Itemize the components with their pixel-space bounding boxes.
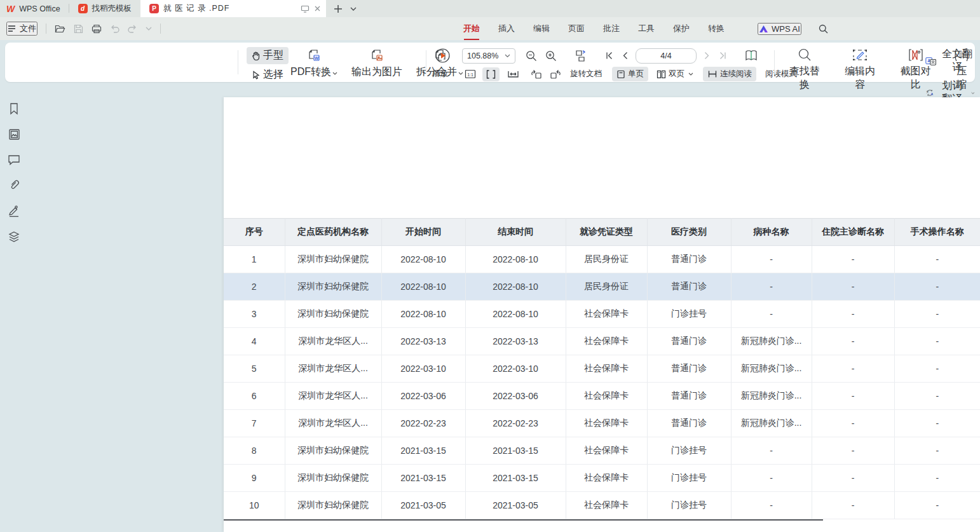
cell-credential-type: 居民身份证 [566, 246, 647, 273]
menu-tab[interactable]: 工具 [637, 22, 655, 36]
save-icon[interactable] [74, 24, 83, 34]
comments-panel-button[interactable] [8, 154, 20, 165]
rotate-right-icon[interactable] [550, 69, 561, 79]
new-tab-button[interactable] [334, 4, 343, 13]
continuous-reading-label: 连续阅读 [720, 69, 752, 79]
table-header-cell: 序号 [224, 219, 285, 246]
cell-credential-type: 社会保障卡 [566, 355, 647, 383]
first-page-icon[interactable] [605, 51, 613, 60]
fit-width-icon[interactable] [507, 69, 519, 79]
full-translate-icon: A [925, 57, 936, 66]
tab-document-pdf[interactable]: P 就 医 记 录 .PDF [140, 0, 326, 17]
rotate-pages-icon[interactable] [573, 49, 589, 63]
wps-ai-button[interactable]: WPS AI [758, 23, 801, 35]
continuous-reading-button[interactable]: 连续阅读 [703, 67, 756, 81]
cell-institution: 深圳市妇幼保健院 [285, 465, 381, 492]
ribbon-divider [426, 50, 426, 74]
menu-tab[interactable]: 转换 [707, 22, 725, 36]
page-indicator-value: 4/4 [660, 51, 671, 60]
document-view-area[interactable]: 序号定点医药机构名称开始时间结束时间就诊凭证类型医疗类别病种名称住院主诊断名称手… [28, 86, 980, 532]
close-tab-icon[interactable] [314, 5, 321, 12]
bookmark-icon [8, 102, 20, 115]
attachments-panel-button[interactable] [8, 179, 20, 191]
menu-bar: 开始 插入 编辑 页面 批注 工具 保护 转换 [463, 17, 725, 40]
table-header-cell: 结束时间 [465, 219, 566, 246]
open-file-icon[interactable] [55, 24, 65, 33]
cell-end-date: 2022-03-10 [465, 355, 566, 383]
ribbon-divider [774, 50, 775, 74]
cell-start-date: 2021-03-05 [381, 492, 465, 519]
chevron-down-icon [688, 72, 693, 76]
cell-medical-category: 门诊挂号 [647, 301, 731, 328]
find-replace-icon [798, 48, 812, 62]
ribbon-divider [238, 50, 238, 74]
cell-disease-name: 新冠肺炎门诊... [731, 328, 812, 355]
single-page-label: 单页 [628, 69, 644, 79]
page-indicator-input[interactable]: 4/4 [636, 48, 697, 64]
file-menu-button[interactable]: 文件 [6, 22, 37, 36]
cell-end-date: 2022-02-23 [465, 410, 566, 437]
zoom-level-select[interactable]: 105.88% [462, 48, 515, 64]
table-header-row: 序号定点医药机构名称开始时间结束时间就诊凭证类型医疗类别病种名称住院主诊断名称手… [224, 219, 980, 246]
table-row: 5 深圳市龙华区人... 2022-03-10 2022-03-10 社会保障卡… [224, 355, 980, 383]
select-tool-button[interactable]: 选择 [247, 66, 289, 83]
fit-page-icon[interactable] [482, 67, 500, 81]
previous-page-icon[interactable] [622, 51, 628, 60]
monitor-icon[interactable] [301, 5, 310, 13]
play-icon [435, 48, 451, 64]
pdf-convert-button[interactable]: W PDF转换 [287, 46, 341, 80]
hand-tool-button[interactable]: 手型 [247, 47, 289, 64]
table-bottom-border [224, 519, 823, 521]
continuous-reading-icon [707, 70, 718, 78]
print-icon[interactable] [92, 24, 102, 34]
next-page-icon[interactable] [704, 51, 710, 60]
cell-credential-type: 社会保障卡 [566, 492, 647, 519]
cell-seq: 7 [224, 410, 285, 437]
cell-start-date: 2022-08-10 [381, 273, 465, 301]
actual-size-icon[interactable]: 1:1 [465, 69, 476, 79]
cell-start-date: 2022-03-06 [381, 383, 465, 410]
menu-search-icon[interactable] [819, 24, 828, 34]
menu-tab[interactable]: 插入 [498, 22, 515, 36]
image-icon [8, 128, 20, 140]
undo-icon[interactable] [110, 25, 119, 33]
zoom-out-icon[interactable] [526, 50, 537, 62]
play-label-button[interactable]: 播放 [430, 67, 451, 81]
export-image-button[interactable]: 输出为图片 [348, 46, 406, 80]
rotate-left-icon[interactable] [531, 69, 542, 79]
read-mode-book-icon[interactable] [744, 49, 759, 62]
double-page-button[interactable]: 双页 [652, 67, 698, 81]
redo-icon[interactable] [128, 25, 137, 33]
cell-end-date: 2022-08-10 [465, 273, 566, 301]
cell-end-date: 2022-08-10 [465, 246, 566, 273]
menu-tab[interactable]: 批注 [602, 22, 620, 36]
play-button[interactable] [435, 48, 451, 64]
tab-docer-templates[interactable]: d 找稻壳模板 [69, 0, 141, 17]
menu-tab[interactable]: 开始 [463, 22, 480, 36]
table-row: 2 深圳市妇幼保健院 2022-08-10 2022-08-10 居民身份证 普… [224, 273, 980, 301]
docer-icon: d [78, 4, 88, 13]
quickbar-chevron-icon[interactable] [146, 27, 152, 31]
cell-diagnosis-name: - [812, 328, 894, 355]
last-page-icon[interactable] [719, 51, 727, 60]
layers-panel-button[interactable] [8, 231, 20, 243]
single-page-button[interactable]: 单页 [612, 67, 648, 81]
bookmarks-panel-button[interactable] [8, 102, 20, 115]
zoom-in-icon[interactable] [545, 50, 557, 62]
cursor-icon [252, 71, 260, 79]
tab-wps-office[interactable]: W WPS Office [0, 0, 69, 17]
full-translate-button[interactable]: A 全文翻译 [925, 48, 975, 74]
menu-tab[interactable]: 编辑 [533, 22, 550, 36]
cell-seq: 5 [224, 355, 285, 383]
signature-panel-button[interactable] [8, 205, 20, 217]
tab-list-chevron-icon[interactable] [350, 7, 357, 11]
menu-tab[interactable]: 页面 [568, 22, 585, 36]
comment-icon [8, 154, 20, 165]
window-tab-bar: W WPS Office d 找稻壳模板 P 就 医 记 录 .PDF [0, 0, 980, 17]
menu-tab[interactable]: 保护 [672, 22, 690, 36]
cell-operation-name: - [894, 437, 980, 465]
thumbnails-panel-button[interactable] [8, 128, 20, 140]
cell-operation-name: - [894, 246, 980, 273]
cell-diagnosis-name: - [812, 383, 894, 410]
rotate-doc-button[interactable]: 旋转文档 [568, 67, 604, 81]
